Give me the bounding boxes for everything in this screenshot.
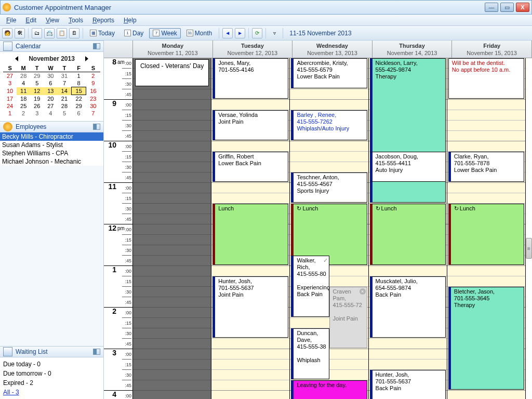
panel-toggle-icon[interactable] xyxy=(93,349,100,355)
day-column[interactable]: Will be at the dentist.No appt before 10… xyxy=(447,58,526,399)
day-header[interactable]: FridayNovember 15, 2013 xyxy=(452,41,532,58)
menu-edit[interactable]: Edit xyxy=(21,16,41,25)
appointment[interactable]: Versae, YolindaJoint Pain xyxy=(212,110,288,140)
employee-item[interactable]: Michael Johnson - Mechanic xyxy=(0,157,103,166)
appointment[interactable]: Musckatel, Julio,654-555-9874Back Pain xyxy=(370,276,446,338)
appointment[interactable]: Bletcher, Jason,701-555-3645Therapy xyxy=(448,287,524,390)
close-button[interactable]: X xyxy=(516,3,529,12)
calendar-day[interactable]: 6 xyxy=(44,79,57,87)
appointment[interactable]: Lunch xyxy=(212,204,288,265)
calendar-day[interactable]: 16 xyxy=(86,87,100,95)
calendar-day[interactable]: 11 xyxy=(17,87,30,95)
appointment[interactable]: Hunter, Josh,701-555-5637Joint Pain xyxy=(212,276,288,338)
calendar-day[interactable]: 24 xyxy=(3,102,17,110)
appointment[interactable]: Hunter, Josh,701-555-5637Back Pain xyxy=(370,370,446,399)
toolbar-icon-3[interactable]: 🗂 xyxy=(32,28,42,38)
day-header[interactable]: ThursdayNovember 14, 2013 xyxy=(373,41,453,58)
maximize-button[interactable]: ▭ xyxy=(500,3,514,12)
appointment[interactable]: ↻Lunch xyxy=(370,204,446,265)
calendar-day[interactable]: 12 xyxy=(30,87,44,95)
calendar-day[interactable]: 30 xyxy=(86,102,100,110)
calendar-day[interactable]: 6 xyxy=(72,110,86,117)
calendar-day[interactable]: 15 xyxy=(72,87,86,95)
calendar-panel-header[interactable]: Calendar xyxy=(0,41,103,52)
employee-item[interactable]: Stephen Williams - CPA xyxy=(0,149,103,157)
day-header[interactable]: MondayNovember 11, 2013 xyxy=(133,41,213,58)
appointment[interactable]: Will be at the dentist.No appt before 10… xyxy=(448,58,524,99)
next-month-button[interactable] xyxy=(85,56,88,61)
appointment[interactable]: Abercrombie, Kristy,415-555-6579Lower Ba… xyxy=(291,58,367,88)
employee-item[interactable]: Becky Mills - Chiropractor xyxy=(0,132,103,141)
calendar-day[interactable]: 2 xyxy=(17,110,30,117)
appointment[interactable]: Jacobson, Doug,415-555-4411Auto Injury xyxy=(370,152,446,182)
calendar-day[interactable]: 1 xyxy=(3,110,17,117)
employees-panel-header[interactable]: Employees xyxy=(0,121,103,132)
calendar-day[interactable]: 5 xyxy=(30,79,44,87)
mini-calendar-grid[interactable]: SMTWTFS 27282930311234567891011121314151… xyxy=(3,64,100,117)
calendar-day[interactable]: 27 xyxy=(44,102,57,110)
calendar-day[interactable]: 28 xyxy=(17,72,30,80)
waiting-expired[interactable]: Expired - 2 xyxy=(3,378,100,388)
prev-month-button[interactable] xyxy=(15,56,18,61)
day-view-button[interactable]: 1Day xyxy=(121,28,147,38)
waiting-all-link[interactable]: All - 3 xyxy=(3,388,100,397)
menu-help[interactable]: Help xyxy=(119,16,141,25)
appointment[interactable]: Leaving for the day. xyxy=(291,380,367,399)
panel-toggle-icon[interactable] xyxy=(93,43,100,49)
day-column[interactable]: Nickleson, Larry,555-425-9874TherapyJaco… xyxy=(369,58,447,399)
prev-button[interactable]: ◄ xyxy=(222,28,233,38)
panel-toggle-icon[interactable] xyxy=(93,124,100,130)
calendar-day[interactable]: 20 xyxy=(44,95,57,103)
week-view-button[interactable]: 7Week xyxy=(149,28,180,38)
calendar-day[interactable]: 8 xyxy=(72,79,86,87)
refresh-button[interactable]: ⟳ xyxy=(252,28,262,38)
calendar-day[interactable]: 5 xyxy=(57,110,71,117)
calendar-day[interactable]: 7 xyxy=(86,110,100,117)
calendar-day[interactable]: 13 xyxy=(44,87,57,95)
waiting-list-panel-header[interactable]: Waiting List xyxy=(0,346,103,357)
calendar-day[interactable]: 22 xyxy=(72,95,86,103)
toolbar-icon-5[interactable]: 📋 xyxy=(57,28,67,38)
calendar-day[interactable]: 3 xyxy=(3,79,17,87)
calendar-day[interactable]: 2 xyxy=(86,72,100,80)
day-column[interactable]: Jones, Mary,701-555-4146Versae, YolindaJ… xyxy=(211,58,290,399)
calendar-day[interactable]: 1 xyxy=(72,72,86,80)
appointment[interactable]: Walker, Rich,415-555-80ExperiencinçBack … xyxy=(291,256,329,317)
appointment[interactable]: Barley , Renee,415-555-7262Whiplash/Auto… xyxy=(291,110,367,140)
calendar-day[interactable]: 31 xyxy=(57,72,71,80)
calendar-day[interactable]: 3 xyxy=(30,110,44,117)
calendar-day[interactable]: 19 xyxy=(30,95,44,103)
toolbar-icon-4[interactable]: 📇 xyxy=(44,28,55,38)
calendar-day[interactable]: 26 xyxy=(30,102,44,110)
calendar-day[interactable]: 18 xyxy=(17,95,30,103)
next-button[interactable]: ► xyxy=(235,28,245,38)
appointment[interactable]: Duncan, Dave,415-555-38Whiplash xyxy=(291,328,329,379)
calendar-day[interactable]: 17 xyxy=(3,95,17,103)
today-button[interactable]: ▦Today xyxy=(86,28,118,38)
calendar-day[interactable]: 21 xyxy=(57,95,71,103)
filter-button[interactable]: ▿ xyxy=(269,28,280,38)
waiting-due-today[interactable]: Due today - 0 xyxy=(3,360,100,369)
calendar-day[interactable]: 10 xyxy=(3,87,17,95)
calendar-day[interactable]: 4 xyxy=(17,79,30,87)
calendar-day[interactable]: 28 xyxy=(57,102,71,110)
calendar-day[interactable]: 4 xyxy=(44,110,57,117)
toolbar-icon-6[interactable]: 🗓 xyxy=(69,28,79,38)
toolbar-icon-1[interactable]: 🧑 xyxy=(2,28,12,38)
appointment[interactable]: Clarke, Ryan,701-555-7878Lower Back Pain xyxy=(448,152,524,182)
appointment[interactable]: Jones, Mary,701-555-4146 xyxy=(212,58,288,99)
appointment[interactable]: Teschner, Anton,415-555-4567Sports Injur… xyxy=(291,172,367,203)
month-view-button[interactable]: 31Month xyxy=(183,28,216,38)
calendar-day[interactable]: 27 xyxy=(3,72,17,80)
menu-tools[interactable]: Tools xyxy=(64,16,87,25)
day-column[interactable]: Abercrombie, Kristy,415-555-6579Lower Ba… xyxy=(290,58,368,399)
calendar-day[interactable]: 9 xyxy=(86,79,100,87)
day-column[interactable]: Closed - Veterans' Day xyxy=(133,58,211,399)
calendar-day[interactable]: 25 xyxy=(17,102,30,110)
menu-reports[interactable]: Reports xyxy=(88,16,118,25)
waiting-due-tomorrow[interactable]: Due tomorrow - 0 xyxy=(3,369,100,378)
calendar-day[interactable]: 7 xyxy=(57,79,71,87)
calendar-day[interactable]: 29 xyxy=(72,102,86,110)
calendar-day[interactable]: 30 xyxy=(44,72,57,80)
calendar-day[interactable]: 14 xyxy=(57,87,71,95)
